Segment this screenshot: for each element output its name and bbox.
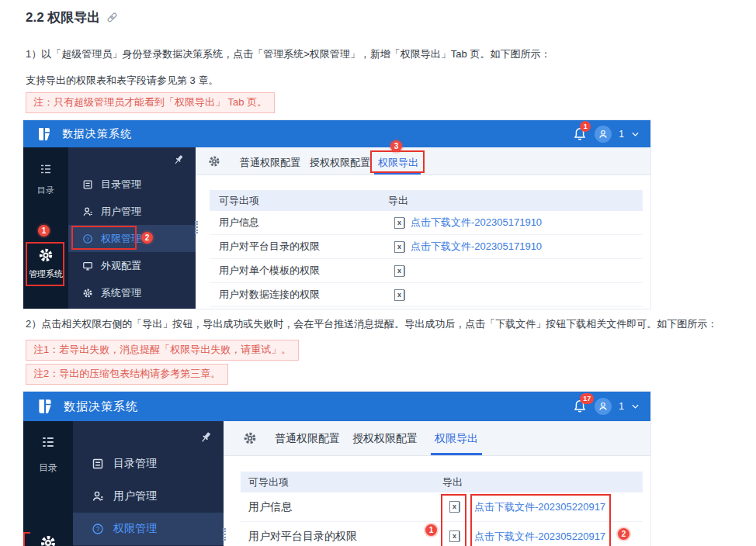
excel-export-icon[interactable]: x — [449, 530, 459, 542]
panel-drag-handle[interactable] — [223, 528, 226, 541]
active-tab-underline — [374, 173, 421, 175]
row-item-label: 用户信息 — [241, 500, 292, 513]
settings-gear-icon[interactable] — [243, 431, 257, 445]
note2-box: 注2：导出的压缩包表结构请参考第三章。 — [26, 364, 228, 385]
menu-item-label: 目录管理 — [113, 457, 157, 471]
app-header: 数据决策系统 17 1 — [23, 392, 650, 421]
tab-authorized-permission[interactable]: 授权权限配置 — [352, 432, 418, 446]
menu-item-label: 外观配置 — [101, 259, 141, 273]
row-item-label: 用户对平台目录的权限 — [241, 530, 357, 542]
menu-item-system-mgmt[interactable]: 系统管理 — [68, 279, 196, 306]
settings-gear-icon[interactable] — [208, 155, 220, 168]
pushpin-icon[interactable] — [199, 430, 213, 444]
app-title: 数据决策系统 — [64, 399, 138, 414]
question-circle-icon: ? — [92, 523, 104, 535]
download-link[interactable]: 点击下载文件-202305171910 — [411, 235, 542, 258]
note-box: 注：只有超级管理员才能看到「权限导出」 Tab 页。 — [26, 92, 275, 113]
tab-normal-permission[interactable]: 普通权限配置 — [275, 432, 340, 446]
app-header: 数据决策系统 1 1 — [23, 120, 650, 147]
annotation-box-admin-partial — [23, 532, 30, 546]
tab-permission-export[interactable]: 权限导出 — [435, 432, 478, 446]
annotation-marker-1: 1 — [38, 225, 50, 237]
user-avatar-icon[interactable] — [595, 398, 612, 415]
user-icon — [92, 490, 104, 503]
col-header-item: 可导出项 — [210, 195, 259, 206]
excel-export-icon[interactable]: x — [394, 265, 404, 277]
admin-menu: 目录管理 用户管理 ? 权限管理 — [73, 421, 224, 546]
tab-strip: 普通权限配置 授权权限配置 权限导出 — [224, 421, 650, 456]
left-rail: 目录 1 管理系统 — [23, 147, 68, 309]
admin-gear-icon[interactable] — [38, 247, 54, 263]
annotation-marker-2: 2 — [141, 232, 153, 244]
svg-text:?: ? — [96, 525, 100, 533]
table-row: 用户信息 x 点击下载文件-202305171910 — [210, 211, 643, 235]
export-table: 可导出项 导出 用户信息 x 点击下载文件-202305171910 用户对平台… — [210, 190, 643, 307]
menu-item-permission-mgmt[interactable]: ? 权限管理 2 — [68, 225, 196, 252]
row-item-label: 用户信息 — [210, 216, 259, 228]
notification-bell-icon[interactable]: 1 — [572, 126, 588, 142]
chevron-down-icon[interactable] — [631, 403, 640, 410]
excel-export-icon[interactable]: x — [449, 501, 459, 513]
download-link[interactable]: 点击下载文件-202305220917 — [474, 492, 605, 521]
rail-admin-label[interactable]: 管理系统 — [23, 268, 68, 280]
table-row: 用户对数据连接的权限 x — [210, 283, 643, 307]
menu-item-appearance[interactable]: 外观配置 — [68, 252, 196, 279]
page-title: 2.2 权限导出 — [26, 9, 118, 26]
question-circle-icon: ? — [82, 233, 93, 244]
notification-badge: 17 — [580, 393, 594, 404]
row-item-label: 用户对单个模板的权限 — [210, 264, 320, 276]
row-item-label: 用户对数据连接的权限 — [210, 289, 320, 300]
svg-text:?: ? — [86, 235, 89, 242]
tab-normal-permission[interactable]: 普通权限配置 — [240, 156, 300, 170]
col-header-export: 导出 — [442, 472, 463, 492]
catalog-list-icon[interactable] — [41, 435, 55, 449]
gear-icon — [82, 288, 93, 299]
menu-item-user-mgmt[interactable]: 用户管理 — [68, 198, 196, 225]
admin-gear-icon[interactable] — [40, 534, 57, 546]
menu-item-label: 用户管理 — [101, 205, 141, 219]
notification-badge: 1 — [580, 121, 591, 132]
pushpin-icon[interactable] — [172, 154, 185, 166]
note1-box: 注1：若导出失败，消息提醒「权限导出失败，请重试」。 — [26, 340, 299, 361]
menu-item-user-mgmt[interactable]: 用户管理 — [73, 480, 224, 513]
step1-note-paragraph: 支持导出的权限表和表字段请参见第 3 章。 — [26, 74, 218, 88]
menu-item-label: 目录管理 — [101, 178, 141, 192]
rail-catalog-label[interactable]: 目录 — [23, 461, 73, 475]
tab-permission-export[interactable]: 权限导出 — [378, 156, 418, 170]
table-row: 用户对平台目录的权限 x 点击下载文件-202305171910 — [210, 235, 643, 259]
menu-item-permission-mgmt[interactable]: ? 权限管理 — [73, 513, 224, 545]
menu-item-catalog-mgmt[interactable]: 目录管理 — [68, 171, 196, 198]
excel-export-icon[interactable]: x — [394, 217, 404, 229]
col-header-export: 导出 — [388, 190, 408, 211]
catalog-icon — [92, 458, 104, 470]
screenshot-2: 数据决策系统 17 1 目录 — [23, 392, 650, 546]
chevron-down-icon[interactable] — [631, 131, 640, 137]
tab-authorized-permission[interactable]: 授权权限配置 — [310, 156, 370, 170]
notification-bell-icon[interactable]: 17 — [572, 399, 588, 414]
download-link[interactable]: 点击下载文件-202305171910 — [411, 211, 542, 234]
user-count: 1 — [619, 401, 624, 412]
user-count: 1 — [619, 129, 624, 140]
user-avatar-icon[interactable] — [595, 126, 612, 143]
anchor-link-icon[interactable] — [106, 12, 118, 23]
app-logo[interactable] — [36, 126, 53, 143]
annotation-marker-2: 2 — [618, 528, 629, 540]
excel-export-icon[interactable]: x — [394, 241, 404, 253]
screenshot-1: 数据决策系统 1 1 目录 1 管理系统 — [23, 120, 650, 309]
menu-item-catalog-mgmt[interactable]: 目录管理 — [73, 448, 224, 480]
app-logo[interactable] — [36, 397, 54, 416]
panel-drag-handle[interactable] — [195, 221, 198, 233]
menu-item-label: 权限管理 — [113, 522, 157, 536]
step2-paragraph: 2）点击相关权限右侧的「导出」按钮，导出成功或失败时，会在平台推送消息提醒。导出… — [26, 317, 717, 331]
menu-item-label: 系统管理 — [101, 286, 141, 300]
table-row: 用户对单个模板的权限 x — [210, 259, 643, 283]
excel-export-icon[interactable]: x — [394, 289, 404, 301]
rail-catalog-label[interactable]: 目录 — [23, 185, 68, 196]
left-rail: 目录 — [23, 421, 73, 546]
admin-menu: 目录管理 用户管理 ? 权限管理 2 外观配置 系统管理 — [68, 147, 196, 309]
permission-content: 普通权限配置 授权权限配置 权限导出 可导出项 导出 用户信息 x 点击下载文件… — [196, 147, 650, 309]
step1-paragraph: 1）以「超级管理员」身份登录数据决策系统，点击「管理系统>权限管理」，新增「权限… — [26, 47, 550, 61]
download-link[interactable]: 点击下载文件-202305220917 — [474, 522, 605, 546]
row-item-label: 用户对平台目录的权限 — [210, 240, 320, 252]
catalog-list-icon[interactable] — [40, 163, 52, 175]
